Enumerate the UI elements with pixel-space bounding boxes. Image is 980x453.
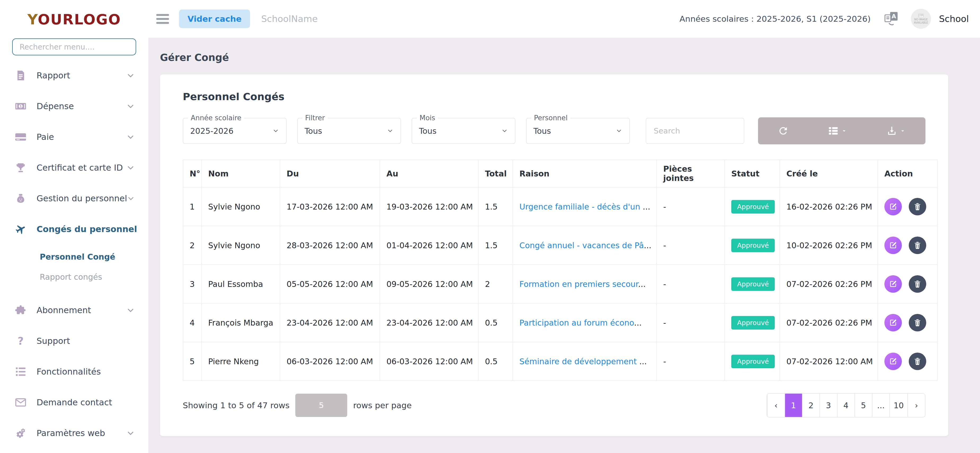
menu-toggle-icon[interactable] [156,12,169,26]
page-button[interactable]: 5 [854,394,872,417]
sidebar-item[interactable]: 1 Dépense [0,96,148,116]
cell-du: 23-04-2026 12:00 AM [280,303,380,342]
edit-button[interactable] [885,353,902,370]
edit-button[interactable] [885,237,902,254]
trash-icon [913,202,922,211]
sidebar-item[interactable]: Gestion du personnel [0,188,148,208]
profile-label[interactable]: School [939,14,969,24]
sidebar-item[interactable]: Rapport [0,65,148,86]
sidebar-item[interactable]: Personnel Congé [0,250,148,264]
column-header: Raison [513,160,657,187]
raison-link[interactable]: Participation au forum écono... [519,318,642,327]
school-years-text: Années scolaires : 2025-2026, S1 (2025-2… [679,14,871,24]
sidebar-item-icon [15,366,27,377]
translate-icon[interactable]: A [885,11,898,26]
raison-link[interactable]: Congé annuel - vacances de Pâ... [519,241,651,250]
sidebar-item[interactable]: Congés du personnel [0,219,148,239]
rows-per-page-select[interactable]: 5 [295,394,347,417]
edit-button[interactable] [885,275,902,293]
sidebar-item[interactable]: Rapport congés [0,270,148,284]
filter-select[interactable]: Mois Tous [412,118,515,144]
refresh-button[interactable] [778,125,789,137]
sidebar-item-label: Dépense [37,101,74,111]
showing-text: Showing 1 to 5 of 47 rows [183,401,290,410]
filter-value: Tous [305,126,322,136]
svg-text:?: ? [18,335,24,347]
cell-raison: Urgence familiale - décès d'un ... [513,187,657,226]
clear-cache-button[interactable]: Vider cache [179,10,250,28]
personnel-conges-card: Personnel Congés Année scolaire 2025-202… [160,75,948,436]
page-button[interactable]: 1 [784,394,802,417]
sidebar-item[interactable]: Fonctionnalités [0,362,148,382]
columns-button[interactable] [828,125,847,137]
raison-link[interactable]: Urgence familiale - décès d'un ... [519,202,650,211]
cell-nom: Pierre Nkeng [202,342,280,381]
status-badge: Approuvé [731,355,775,368]
trash-icon [913,318,922,327]
sidebar-item[interactable]: Certificat et carte ID [0,157,148,178]
trash-icon [913,357,922,366]
chevron-down-icon [501,127,508,134]
sidebar-item-label: Demande contact [37,397,112,407]
column-header: Au [380,160,478,187]
caret-down-icon [841,128,847,134]
page-button[interactable]: ‹ [767,394,784,417]
export-button[interactable] [886,125,906,137]
filter-select[interactable]: Personnel Tous [526,118,630,144]
sidebar: YOURLOGO Rapport 1 Dépense Paie [0,0,148,453]
table-row: 1 Sylvie Ngono 17-03-2026 12:00 AM 19-03… [183,187,937,226]
sidebar-item[interactable]: Paie [0,127,148,147]
table-toolbar [758,118,926,145]
sidebar-item[interactable]: ? Support [0,331,148,351]
no-image-icon [918,13,924,18]
pagination: ‹12345...10› [767,393,926,418]
edit-button[interactable] [885,314,902,331]
raison-link[interactable]: Séminaire de développement ... [519,357,647,366]
filter-label: Personnel [531,114,570,122]
table-body: 1 Sylvie Ngono 17-03-2026 12:00 AM 19-03… [183,187,937,381]
raison-link[interactable]: Formation en premiers secour... [519,280,646,289]
cell-cree-le: 16-02-2026 02:26 PM [780,187,878,226]
cell-statut: Approuvé [725,187,780,226]
sidebar-item-label: Gestion du personnel [37,193,127,203]
sidebar-item[interactable]: Demande contact [0,393,148,412]
svg-text:A: A [891,13,896,20]
filter-value: Tous [419,126,436,136]
page-button[interactable]: ... [872,394,889,417]
menu-search-input[interactable] [12,38,136,56]
column-header: Du [280,160,380,187]
delete-button[interactable] [909,314,926,331]
status-badge: Approuvé [731,239,775,252]
cell-total: 1.5 [478,187,513,226]
page-button[interactable]: 2 [802,394,819,417]
cell-du: 06-03-2026 12:00 AM [280,342,380,381]
logo-letter-y: Y [27,11,38,28]
chevron-down-icon [616,127,622,134]
sidebar-item-icon: 1 [15,100,27,112]
delete-button[interactable] [909,198,926,215]
edit-button[interactable] [885,198,902,215]
page-button[interactable]: 3 [819,394,837,417]
filter-label: Année scolaire [188,114,244,122]
filter-select[interactable]: Filtrer Tous [297,118,401,144]
chevron-down-icon [127,164,135,172]
page-button[interactable]: 10 [889,394,907,417]
cell-au: 09-05-2026 12:00 AM [380,265,478,303]
column-header: Total [478,160,513,187]
column-header: Nom [202,160,280,187]
sidebar-item[interactable]: Abonnement [0,300,148,320]
table-search-input[interactable] [646,118,744,144]
page-button[interactable]: 4 [837,394,854,417]
sidebar-item[interactable]: Paramètres web [0,423,148,443]
avatar[interactable]: NO IMAGE AVAILABLE [911,9,931,29]
filter-select[interactable]: Année scolaire 2025-2026 [183,118,286,144]
card-heading: Personnel Congés [183,91,926,103]
cell-raison: Congé annuel - vacances de Pâ... [513,226,657,265]
page-button[interactable]: › [907,394,925,417]
delete-button[interactable] [909,237,926,254]
delete-button[interactable] [909,353,926,370]
delete-button[interactable] [909,275,926,293]
cell-cree-le: 10-02-2026 02:26 PM [780,226,878,265]
cell-statut: Approuvé [725,303,780,342]
edit-icon [889,318,897,327]
